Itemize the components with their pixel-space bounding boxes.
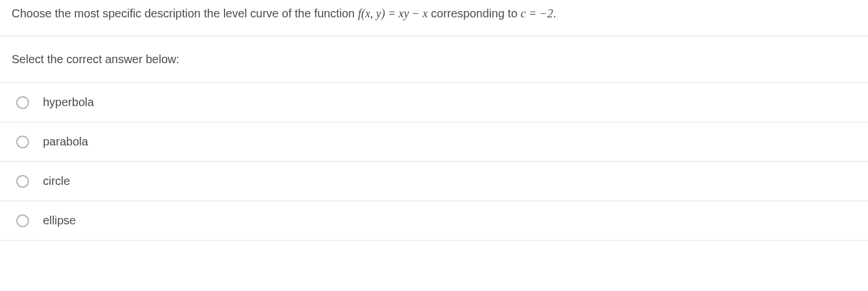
- radio-icon: [16, 136, 29, 148]
- question-c-value: c = −2: [520, 7, 553, 20]
- option-label: ellipse: [43, 214, 76, 227]
- radio-icon: [16, 175, 29, 188]
- question-prefix: Choose the most specific description the…: [12, 7, 358, 20]
- option-ellipse[interactable]: ellipse: [0, 201, 868, 241]
- option-label: parabola: [43, 135, 88, 148]
- question-middle: corresponding to: [428, 7, 520, 20]
- option-parabola[interactable]: parabola: [0, 122, 868, 162]
- option-label: hyperbola: [43, 96, 94, 109]
- instruction-text: Select the correct answer below:: [0, 37, 868, 83]
- radio-icon: [16, 96, 29, 109]
- option-label: circle: [43, 174, 70, 188]
- question-suffix: .: [553, 7, 556, 20]
- option-hyperbola[interactable]: hyperbola: [0, 83, 868, 122]
- question-text: Choose the most specific description the…: [0, 0, 868, 37]
- radio-icon: [16, 214, 29, 227]
- question-function: f(x, y) = xy − x: [358, 7, 428, 20]
- option-circle[interactable]: circle: [0, 162, 868, 201]
